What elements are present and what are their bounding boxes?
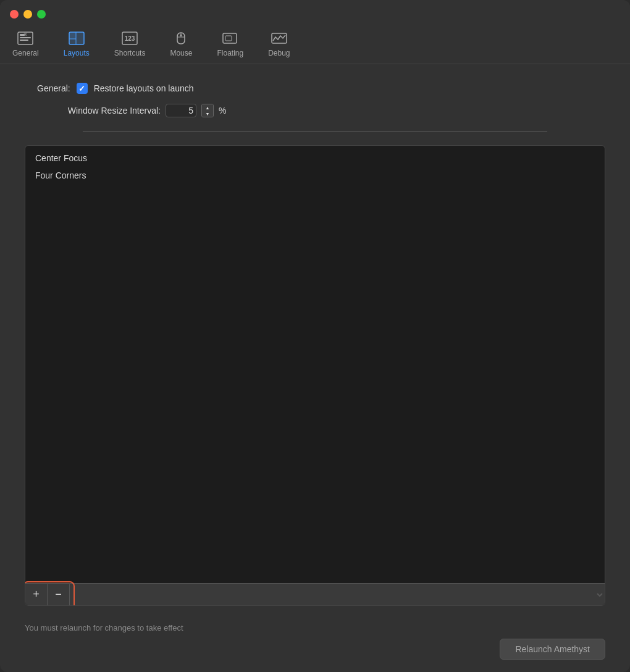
- shortcuts-icon: 123: [121, 31, 138, 46]
- maximize-button[interactable]: [37, 10, 46, 19]
- add-layout-button[interactable]: +: [25, 584, 48, 605]
- minimize-button[interactable]: [23, 10, 32, 19]
- tab-debug-label: Debug: [268, 49, 290, 57]
- remove-layout-button[interactable]: −: [48, 584, 70, 605]
- relaunch-notice: You must relaunch for changes to take ef…: [25, 623, 605, 632]
- title-bar: [0, 0, 630, 19]
- svg-rect-6: [69, 32, 76, 39]
- svg-rect-17: [225, 36, 232, 41]
- svg-text:123: 123: [125, 35, 135, 42]
- tab-floating[interactable]: Floating: [204, 26, 256, 64]
- tab-layouts[interactable]: Layouts: [51, 26, 102, 64]
- main-window: ⌘ General Layouts: [0, 0, 630, 672]
- list-item[interactable]: Four Corners: [25, 167, 605, 184]
- percent-label: %: [219, 106, 226, 116]
- close-button[interactable]: [10, 10, 19, 19]
- svg-rect-2: [20, 37, 31, 38]
- toolbar: ⌘ General Layouts: [0, 21, 630, 64]
- layouts-icon: [68, 31, 85, 46]
- tab-general[interactable]: ⌘ General: [0, 26, 51, 64]
- svg-text:⌘: ⌘: [23, 33, 27, 36]
- debug-icon: [271, 31, 288, 46]
- layouts-list-container: Center Focus Four Corners + −: [25, 145, 605, 606]
- window-resize-label: Window Resize Interval:: [25, 106, 161, 116]
- window-resize-input[interactable]: [166, 104, 196, 117]
- tab-shortcuts[interactable]: 123 Shortcuts: [102, 26, 158, 64]
- tab-debug[interactable]: Debug: [256, 26, 302, 64]
- tab-mouse-label: Mouse: [170, 49, 192, 57]
- mouse-icon: [172, 31, 190, 46]
- section-divider: [83, 131, 547, 132]
- general-label: General:: [37, 83, 70, 93]
- svg-rect-16: [223, 33, 237, 43]
- relaunch-button[interactable]: Relaunch Amethyst: [500, 639, 605, 660]
- list-item[interactable]: Center Focus: [25, 149, 605, 167]
- content-area: General: Restore layouts on launch Windo…: [0, 64, 630, 618]
- restore-layouts-checkbox[interactable]: [77, 83, 88, 94]
- stepper-up-button[interactable]: ▲: [202, 104, 213, 111]
- layouts-list: Center Focus Four Corners: [25, 146, 605, 583]
- tab-general-label: General: [12, 49, 39, 57]
- general-icon: ⌘: [17, 31, 34, 46]
- tab-layouts-label: Layouts: [64, 49, 90, 57]
- layout-dropdown[interactable]: [70, 584, 605, 605]
- tab-mouse[interactable]: Mouse: [158, 26, 204, 64]
- restore-layouts-row: General: Restore layouts on launch: [25, 83, 605, 94]
- relaunch-row: Relaunch Amethyst: [25, 639, 605, 660]
- svg-rect-7: [69, 39, 76, 44]
- svg-rect-3: [20, 40, 28, 41]
- tab-floating-label: Floating: [217, 49, 243, 57]
- window-resize-stepper[interactable]: ▲ ▼: [201, 104, 214, 117]
- floating-icon: [222, 31, 239, 46]
- window-resize-row: Window Resize Interval: ▲ ▼ %: [25, 104, 605, 117]
- traffic-lights: [10, 10, 46, 19]
- svg-rect-8: [76, 32, 84, 44]
- svg-point-15: [180, 35, 182, 36]
- bottom-area: You must relaunch for changes to take ef…: [0, 618, 630, 672]
- tab-shortcuts-label: Shortcuts: [114, 49, 146, 57]
- list-toolbar: + −: [25, 583, 605, 605]
- stepper-down-button[interactable]: ▼: [202, 111, 213, 117]
- restore-layouts-label: Restore layouts on launch: [94, 83, 194, 93]
